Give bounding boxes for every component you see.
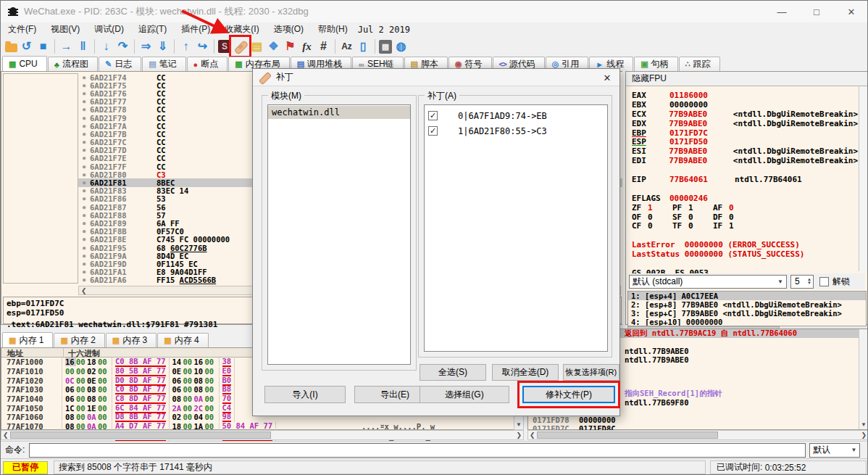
select-group-button[interactable]: 选择组(G) — [420, 386, 509, 403]
register-row[interactable]: LastStatus 00000000 (STATUS_SUCCESS) — [632, 249, 858, 259]
hide-fpu-button[interactable]: 隐藏FPU — [626, 72, 868, 86]
breakpoint-dot-icon[interactable]: ● — [78, 245, 90, 251]
breakpoint-dot-icon[interactable]: ● — [78, 277, 90, 283]
breakpoint-dot-icon[interactable]: ● — [78, 212, 90, 218]
patch-list-item[interactable]: ✓0|6A7F1AD9:74->EB — [425, 108, 607, 123]
register-row[interactable]: EBP0171FD7C — [632, 128, 858, 138]
dialog-close-button[interactable]: ✕ — [595, 69, 619, 86]
stop-icon[interactable]: ■ — [36, 38, 51, 54]
breakpoint-dot-icon[interactable]: ● — [78, 139, 90, 145]
register-gap[interactable] — [632, 231, 858, 240]
register-row[interactable]: ECX77B9ABE0<ntdll.DbgUiRemoteBreakin> — [632, 110, 858, 119]
breakpoint-dot-icon[interactable]: ● — [78, 131, 90, 137]
register-row[interactable]: OF 0SF 0DF 0 — [632, 212, 858, 222]
breakpoint-dot-icon[interactable]: ● — [78, 75, 90, 80]
breakpoint-dot-icon[interactable]: ● — [78, 220, 90, 226]
menu-item-1[interactable]: 文件(F) — [1, 23, 43, 36]
execute-till-return-icon[interactable]: ↑ — [178, 38, 193, 54]
minimize-button[interactable]: — — [764, 1, 799, 22]
breakpoint-dot-icon[interactable]: ● — [78, 188, 90, 194]
strings-icon[interactable]: S — [218, 40, 231, 53]
argument-row[interactable]: 3: [esp+C] 77B9ABE0 <ntdll.DbgUiRemoteBr… — [628, 309, 866, 318]
tab-handles[interactable]: ▣句柄 — [634, 57, 677, 71]
patch-list-item[interactable]: ✓1|6AD21F80:55->C3 — [425, 123, 607, 139]
menu-item-4[interactable]: 追踪(T) — [131, 23, 174, 36]
argument-row[interactable]: 4: [esp+10] 00000000 — [628, 318, 866, 326]
arg-count-stepper[interactable]: 5 ▲▼ — [790, 275, 814, 289]
argument-row[interactable]: 1: [esp+4] A0C17EEA — [628, 292, 866, 300]
memory-tab-4[interactable]: ▦内存 4 — [157, 333, 208, 347]
menu-item-8[interactable]: 帮助(H) — [311, 23, 355, 36]
module-list-item[interactable]: wechatwin.dll — [268, 106, 410, 119]
register-gap[interactable] — [632, 165, 858, 175]
labels-icon[interactable]: ❖ — [266, 38, 281, 54]
breakpoint-dot-icon[interactable]: ● — [78, 107, 90, 112]
calling-convention-select[interactable]: 默认 (stdcall)▼ — [629, 275, 787, 289]
patch-dialog-title-bar[interactable]: 补丁 ✕ — [253, 69, 619, 86]
run-icon[interactable]: → — [59, 38, 74, 54]
breakpoint-dot-icon[interactable]: ● — [78, 91, 90, 96]
run-to-user-code-icon[interactable]: ↪ — [195, 38, 210, 54]
register-row[interactable]: EFLAGS00000246 — [632, 194, 858, 203]
bookmarks-icon[interactable]: ⚑ — [283, 38, 298, 54]
tab-graph[interactable]: ♣流程图 — [48, 57, 98, 71]
patch-checkbox[interactable]: ✓ — [428, 111, 438, 120]
breakpoint-dot-icon[interactable]: ● — [78, 205, 90, 210]
register-row[interactable]: EAX01186000 — [632, 91, 858, 100]
select-all-button[interactable]: 全选(S) — [420, 364, 486, 381]
breakpoint-dot-icon[interactable]: ● — [78, 269, 90, 275]
breakpoint-dot-icon[interactable]: ● — [78, 123, 90, 129]
register-gap[interactable] — [632, 259, 858, 268]
breakpoint-dot-icon[interactable]: ● — [78, 115, 90, 121]
registers-scrollbar[interactable] — [859, 86, 868, 271]
stepper-arrows-icon[interactable]: ▲▼ — [807, 278, 813, 285]
close-button[interactable]: ✕ — [834, 1, 868, 22]
register-row[interactable]: EDX77B9ABE0<ntdll.DbgUiRemoteBreakin> — [632, 119, 858, 128]
step-into-icon[interactable]: ↓ — [99, 38, 114, 54]
breakpoint-dot-icon[interactable]: ● — [78, 196, 90, 202]
tab-notes[interactable]: ▤笔记 — [142, 57, 185, 71]
calculator-icon[interactable]: ▦ — [379, 40, 392, 54]
breakpoint-dot-icon[interactable]: ● — [78, 261, 90, 267]
memory-tab-1[interactable]: ▦内存 1 — [2, 332, 53, 347]
breakpoint-dot-icon[interactable]: ● — [78, 172, 90, 178]
menu-item-5[interactable]: 插件(P) — [174, 23, 217, 36]
menu-item-7[interactable]: 选项(O) — [267, 23, 311, 36]
command-input[interactable] — [29, 443, 806, 458]
register-row[interactable]: EBX00000000 — [632, 100, 858, 110]
breakpoint-dot-icon[interactable]: ● — [78, 164, 90, 170]
restart-icon[interactable]: ↺ — [19, 38, 34, 54]
pause-icon[interactable]: ‖ — [75, 38, 91, 54]
memory-tab-3[interactable]: ▦内存 3 — [106, 333, 157, 347]
breakpoint-dot-icon[interactable]: ● — [78, 155, 90, 161]
step-over-icon[interactable]: ↷ — [115, 38, 130, 54]
register-row[interactable]: ZF 1PF 1AF 0 — [632, 203, 858, 212]
module-list[interactable]: wechatwin.dll — [267, 104, 411, 365]
patch-list[interactable]: ✓0|6A7F1AD9:74->EB✓1|6AD21F80:55->C3 — [424, 104, 608, 352]
patch-checkbox[interactable]: ✓ — [428, 126, 438, 136]
breakpoint-dot-icon[interactable]: ● — [78, 253, 90, 259]
breakpoint-dot-icon[interactable]: ● — [78, 83, 90, 88]
import-button[interactable]: 导入(I) — [264, 386, 346, 403]
stack-row[interactable]: 0171FD7800000000 — [528, 416, 868, 424]
breakpoint-dot-icon[interactable]: ● — [78, 228, 90, 234]
tab-log[interactable]: ✎日志 — [99, 57, 141, 71]
case-icon[interactable]: Az — [339, 38, 354, 54]
stack-hscrollbar[interactable]: ❮❯ — [527, 430, 868, 440]
argument-row[interactable]: 2: [esp+8] 77B9ABE0 <ntdll.DbgUiRemoteBr… — [628, 300, 866, 309]
open-file-icon[interactable] — [5, 44, 17, 52]
run-to-return-icon[interactable]: ⇒ — [138, 38, 154, 54]
functions-icon[interactable]: fx — [299, 38, 314, 54]
deselect-all-button[interactable]: 取消全选(D) — [492, 364, 559, 381]
register-gap[interactable] — [632, 184, 858, 194]
stack-vscrollbar[interactable]: ▼ — [859, 329, 868, 429]
globe-icon[interactable]: ◍ — [393, 38, 409, 54]
command-profile-select[interactable]: 默认▼ — [809, 443, 860, 458]
patch-icon[interactable] — [233, 38, 248, 54]
step-out-icon[interactable]: ⇓ — [155, 38, 170, 54]
breakpoint-dot-icon[interactable]: ● — [78, 99, 90, 104]
menu-item-3[interactable]: 调试(D) — [87, 23, 131, 36]
maximize-button[interactable]: □ — [799, 1, 834, 22]
unlock-checkbox[interactable] — [819, 277, 829, 286]
register-row[interactable]: EIP77B64061ntdll.77B64061 — [632, 175, 858, 184]
